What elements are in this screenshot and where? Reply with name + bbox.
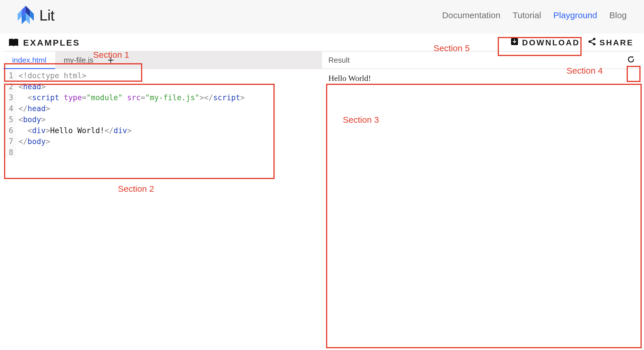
code-content: <!doctype html><head> <script type="modu… <box>16 70 245 158</box>
workspace: index.html my-file.js + 12345678 <!docty… <box>0 51 644 158</box>
svg-line-5 <box>590 42 593 44</box>
download-button[interactable]: DOWNLOAD <box>510 38 580 48</box>
share-button[interactable]: SHARE <box>588 38 634 48</box>
tab-index-html[interactable]: index.html <box>3 52 55 68</box>
result-output: Hello World! <box>322 69 641 88</box>
share-icon <box>588 38 596 48</box>
file-tabs: index.html my-file.js + <box>3 51 322 69</box>
tab-my-file-js[interactable]: my-file.js <box>55 52 102 68</box>
brand[interactable]: Lit <box>17 6 54 25</box>
book-icon <box>9 39 18 47</box>
share-label: SHARE <box>599 38 634 47</box>
code-editor[interactable]: 12345678 <!doctype html><head> <script t… <box>3 69 322 158</box>
lit-logo-icon <box>17 6 34 25</box>
plus-icon: + <box>108 55 114 66</box>
result-header: Result <box>322 51 641 69</box>
nav-item-blog[interactable]: Blog <box>609 10 627 20</box>
nav-item-tutorial[interactable]: Tutorial <box>512 10 541 20</box>
brand-name: Lit <box>39 7 54 24</box>
tab-label: my-file.js <box>64 56 94 65</box>
svg-line-4 <box>590 40 593 41</box>
result-title: Result <box>328 56 350 65</box>
refresh-icon <box>627 55 635 65</box>
download-icon <box>510 38 519 48</box>
nav-item-documentation[interactable]: Documentation <box>442 10 500 20</box>
result-pane: Result Hello World! <box>322 51 641 158</box>
editor-pane: index.html my-file.js + 12345678 <!docty… <box>3 51 322 158</box>
examples-label: EXAMPLES <box>23 38 80 48</box>
line-gutter: 12345678 <box>3 70 16 158</box>
download-label: DOWNLOAD <box>522 38 580 47</box>
playground-toolbar: EXAMPLES DOWNLOAD SHARE <box>0 33 644 51</box>
add-file-button[interactable]: + <box>102 52 119 68</box>
nav-item-playground[interactable]: Playground <box>553 10 597 20</box>
main-nav: Documentation Tutorial Playground Blog <box>442 10 627 20</box>
tab-label: index.html <box>12 56 47 65</box>
annotation-label-section2: Section 2 <box>118 184 154 194</box>
header: Lit Documentation Tutorial Playground Bl… <box>0 0 644 33</box>
refresh-button[interactable] <box>624 53 638 67</box>
examples-button[interactable]: EXAMPLES <box>9 38 80 48</box>
